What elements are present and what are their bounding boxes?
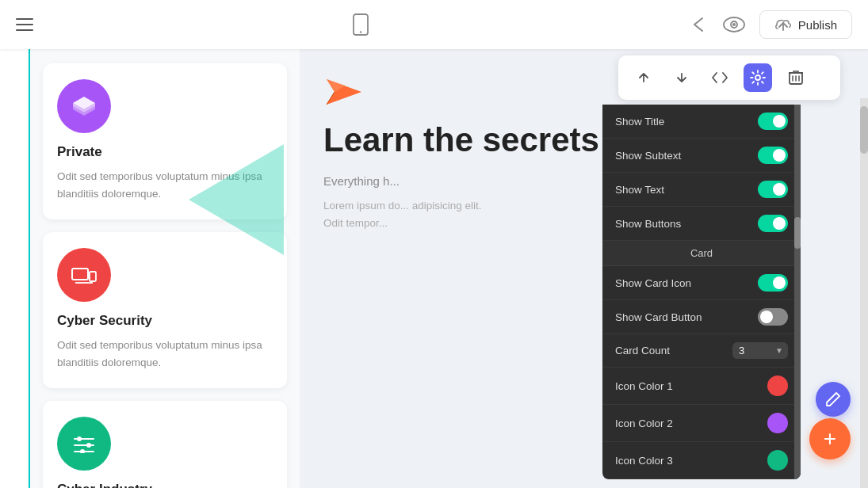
- card-count-select[interactable]: 3 1 2 4 5 6: [732, 342, 788, 359]
- icon-color-3-row: Icon Color 3: [602, 442, 801, 479]
- canvas: Private Odit sed temporibus voluptatum m…: [0, 49, 868, 488]
- show-card-icon-row: Show Card Icon: [602, 266, 801, 300]
- card-count-label: Card Count: [615, 345, 670, 356]
- show-title-row: Show Title: [602, 105, 801, 139]
- show-card-icon-toggle[interactable]: [758, 274, 788, 292]
- show-subtext-toggle[interactable]: [758, 147, 788, 164]
- left-sidebar: [0, 49, 30, 488]
- icon-color-2-row: Icon Color 2: [602, 405, 801, 442]
- publish-label: Publish: [798, 18, 837, 32]
- hamburger-menu-icon[interactable]: [16, 18, 33, 31]
- mobile-view-button[interactable]: [352, 13, 369, 36]
- delete-button[interactable]: [782, 63, 810, 92]
- svg-rect-10: [90, 272, 96, 281]
- show-text-label: Show Text: [615, 184, 664, 196]
- svg-point-15: [86, 443, 91, 448]
- card-icon-cyber-industry: [57, 417, 111, 471]
- card-icon-cyber-security: [57, 248, 111, 302]
- show-card-button-label: Show Card Button: [615, 311, 702, 323]
- svg-rect-9: [72, 269, 88, 280]
- icon-color-1-row: Icon Color 1: [602, 368, 801, 405]
- code-button[interactable]: [705, 63, 734, 92]
- show-subtext-label: Show Subtext: [615, 150, 681, 162]
- move-up-button[interactable]: [629, 63, 658, 92]
- icon-color-2-swatch[interactable]: [767, 413, 788, 433]
- cards-column: Private Odit sed temporibus voluptatum m…: [30, 49, 300, 488]
- preview-button[interactable]: [723, 17, 745, 32]
- card-section-header: Card: [602, 241, 801, 266]
- svg-point-17: [80, 449, 85, 453]
- card-icon-private: [57, 79, 111, 133]
- show-text-toggle[interactable]: [758, 181, 788, 198]
- triangle-decoration: [189, 144, 284, 255]
- card-cyber-security: Cyber Security Odit sed temporibus volup…: [43, 232, 287, 388]
- svg-point-1: [360, 31, 361, 32]
- fab-add-button[interactable]: +: [809, 418, 851, 459]
- card-title-cyber-security: Cyber Security: [57, 313, 273, 329]
- settings-panel: Show Title Show Subtext Show Text Show B…: [602, 105, 801, 479]
- panel-scrollbar-thumb: [794, 217, 801, 249]
- icon-color-1-label: Icon Color 1: [615, 380, 673, 392]
- show-card-button-row: Show Card Button: [602, 300, 801, 334]
- card-title-cyber-industry: Cyber Industry: [57, 482, 273, 488]
- show-buttons-label: Show Buttons: [615, 218, 681, 230]
- show-title-toggle[interactable]: [758, 112, 788, 130]
- topbar: Publish: [0, 0, 868, 49]
- card-text-cyber-security: Odit sed temporibus voluptatum minus ips…: [57, 337, 273, 371]
- show-buttons-toggle[interactable]: [758, 215, 788, 232]
- move-down-button[interactable]: [667, 63, 696, 92]
- show-card-button-toggle[interactable]: [758, 308, 788, 326]
- publish-button[interactable]: Publish: [759, 10, 852, 39]
- icon-color-1-swatch[interactable]: [767, 376, 788, 396]
- fab-add-icon: +: [824, 428, 836, 450]
- show-text-row: Show Text: [602, 173, 801, 207]
- back-button[interactable]: [688, 14, 709, 35]
- icon-color-3-label: Icon Color 3: [615, 455, 673, 467]
- card-count-row: Card Count 3 1 2 4 5 6 ▼: [602, 334, 801, 368]
- fab-edit-button[interactable]: [816, 382, 851, 417]
- toolbar: [618, 55, 840, 100]
- card-cyber-industry: Cyber Industry: [43, 401, 287, 488]
- icon-color-2-label: Icon Color 2: [615, 417, 673, 429]
- show-buttons-row: Show Buttons: [602, 207, 801, 241]
- settings-button[interactable]: [744, 63, 772, 92]
- main-scrollbar-thumb: [860, 106, 868, 154]
- show-card-icon-label: Show Card Icon: [615, 277, 691, 289]
- panel-scrollbar[interactable]: [794, 105, 801, 479]
- show-subtext-row: Show Subtext: [602, 139, 801, 173]
- icon-color-3-swatch[interactable]: [767, 450, 788, 471]
- main-scrollbar[interactable]: [860, 98, 868, 488]
- svg-point-4: [732, 23, 736, 26]
- show-title-label: Show Title: [615, 116, 664, 128]
- svg-point-13: [77, 437, 82, 441]
- svg-point-21: [755, 75, 760, 80]
